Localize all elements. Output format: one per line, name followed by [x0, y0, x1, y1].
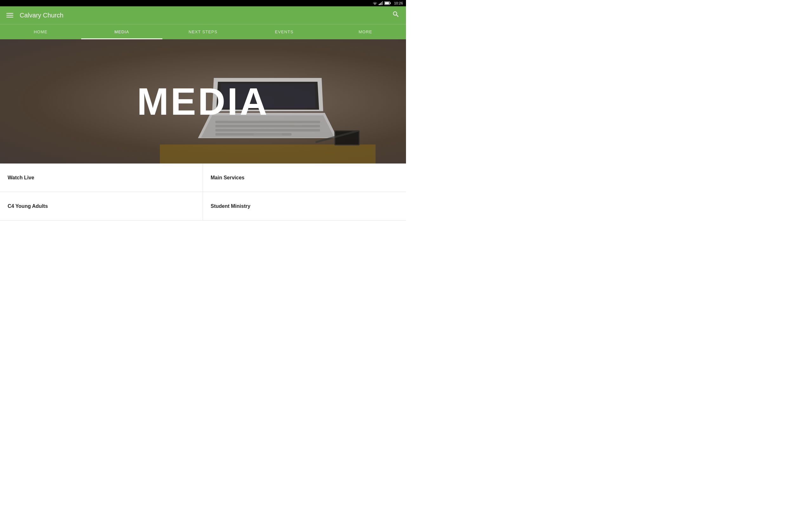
battery-icon: [385, 1, 391, 5]
hero-title: MEDIA: [137, 79, 269, 123]
student-ministry-title: Student Ministry: [211, 204, 250, 209]
svg-rect-7: [160, 145, 375, 164]
nav-tabs: HOME MEDIA NEXT STEPS EVENTS MORE: [0, 24, 406, 39]
hero-section: MEDIA: [0, 39, 406, 164]
search-button[interactable]: [391, 9, 401, 21]
svg-rect-5: [390, 3, 391, 4]
status-bar: 10:26: [0, 0, 406, 6]
svg-rect-1: [380, 3, 381, 5]
status-time: 10:26: [394, 1, 403, 5]
menu-button[interactable]: [5, 12, 14, 19]
content-grid: Watch Live Main Services C4 Young Adults…: [0, 164, 406, 221]
tab-media[interactable]: MEDIA: [81, 24, 162, 39]
tab-more[interactable]: MORE: [325, 24, 406, 39]
tab-home[interactable]: HOME: [0, 24, 81, 39]
list-item[interactable]: Watch Live: [0, 164, 203, 192]
svg-rect-6: [385, 2, 389, 4]
status-icons: 10:26: [372, 1, 403, 5]
c4-young-adults-title: C4 Young Adults: [8, 204, 48, 209]
svg-rect-3: [382, 1, 383, 5]
svg-rect-10: [215, 129, 320, 131]
tab-next-steps[interactable]: NEXT STEPS: [162, 24, 244, 39]
list-item[interactable]: C4 Young Adults: [0, 192, 203, 221]
svg-rect-0: [379, 4, 380, 5]
list-item[interactable]: Main Services: [203, 164, 406, 192]
main-services-title: Main Services: [211, 175, 245, 181]
svg-rect-12: [253, 133, 282, 137]
watch-live-title: Watch Live: [8, 175, 34, 181]
svg-rect-2: [381, 2, 382, 5]
signal-icon: [379, 1, 383, 5]
svg-rect-9: [215, 125, 320, 127]
list-item[interactable]: Student Ministry: [203, 192, 406, 221]
tab-events[interactable]: EVENTS: [244, 24, 325, 39]
wifi-icon: [372, 1, 377, 5]
app-bar: Calvary Church: [0, 6, 406, 24]
app-title: Calvary Church: [20, 12, 391, 19]
